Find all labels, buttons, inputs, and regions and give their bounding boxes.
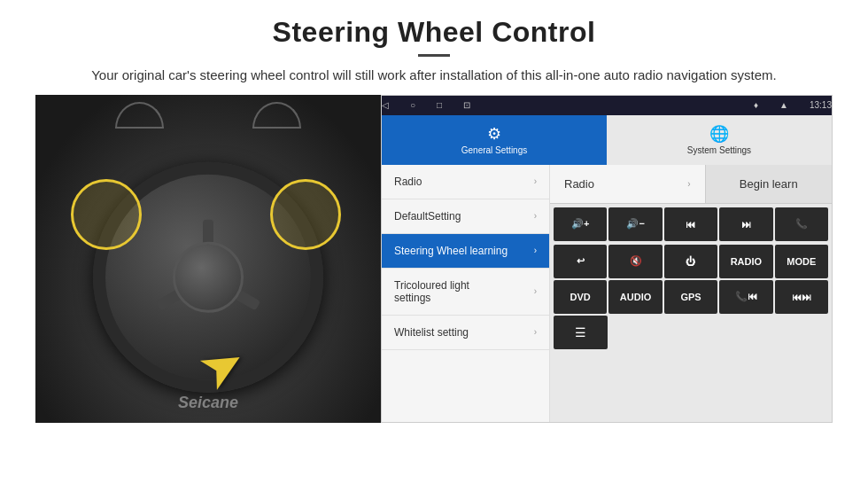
steering-chevron-icon: ›: [534, 246, 537, 255]
whitelist-chevron-icon: ›: [534, 327, 537, 337]
control-button-grid-row3: DVD AUDIO GPS 📞⏮ ⏮⏭: [550, 280, 832, 316]
menu-default-label: DefaultSetting: [394, 210, 461, 222]
audio-text: AUDIO: [620, 292, 651, 302]
gauge-area: [35, 102, 381, 129]
navigation-bar: ◁ ○ □ ⊡ ♦ ▲ 13:13: [382, 96, 832, 115]
tricoloured-chevron-icon: ›: [534, 286, 537, 296]
mode-button[interactable]: MODE: [775, 245, 828, 278]
menu-radio-label: Radio: [394, 176, 422, 188]
dvd-button[interactable]: DVD: [554, 280, 607, 314]
recents-nav-icon[interactable]: □: [437, 100, 442, 110]
page-subtitle: Your original car's steering wheel contr…: [89, 66, 779, 86]
settings-tabs: ⚙ General Settings 🌐 System Settings: [382, 115, 832, 165]
arrow-container: ➤: [199, 334, 244, 396]
control-button-grid-row4: ☰: [550, 316, 832, 353]
power-button[interactable]: ⏻: [664, 245, 717, 278]
button-circle-left: [71, 179, 142, 250]
call-button[interactable]: 📞: [775, 207, 828, 241]
power-icon: ⏻: [686, 256, 695, 267]
back-nav-icon[interactable]: ◁: [382, 100, 389, 110]
page-title: Steering Wheel Control: [35, 16, 833, 49]
gps-button[interactable]: GPS: [664, 280, 717, 314]
next-track-icon: ⏭: [741, 219, 751, 230]
radio-chevron-icon: ›: [534, 176, 537, 186]
main-content-area: Radio › DefaultSetting › Steering Wheel …: [382, 165, 832, 422]
radio-label: Radio ›: [550, 165, 705, 203]
menu-item-default-setting[interactable]: DefaultSetting ›: [382, 199, 549, 234]
menu-item-tricoloured[interactable]: Tricoloured lightsettings ›: [382, 269, 549, 316]
vol-up-button[interactable]: 🔊+: [554, 207, 607, 241]
content-area: ➤ Seicane ◁ ○ □ ⊡ ♦ ▲ 13:13 ⚙ Ge: [35, 95, 833, 423]
back-button[interactable]: ↩: [554, 245, 607, 278]
menu-item-radio[interactable]: Radio ›: [382, 165, 549, 199]
radio-button[interactable]: RADIO: [719, 245, 772, 278]
menu-item-whitelist[interactable]: Whitelist setting ›: [382, 316, 549, 350]
button-circle-right: [270, 179, 341, 250]
prev-next-icon: ⏮⏭: [792, 292, 811, 302]
prev-next-button[interactable]: ⏮⏭: [775, 280, 828, 314]
home-nav-icon[interactable]: ○: [410, 100, 415, 110]
control-right-panel: Radio › Begin learn 🔊+ 🔊−: [550, 165, 832, 422]
call-prev-icon: 📞⏮: [735, 291, 757, 302]
dvd-text: DVD: [570, 292, 591, 302]
prev-track-icon: ⏮: [686, 219, 695, 230]
signal-icon: ▲: [779, 100, 788, 110]
mute-button[interactable]: 🔇: [608, 245, 662, 278]
steering-wheel-inner: [173, 241, 244, 312]
control-button-grid-row2: ↩ 🔇 ⏻ RADIO MODE: [550, 245, 832, 280]
radio-begin-row: Radio › Begin learn: [550, 165, 832, 204]
begin-learn-button[interactable]: Begin learn: [705, 165, 833, 203]
title-divider: [418, 54, 450, 57]
menu-item-steering-wheel[interactable]: Steering Wheel learning ›: [382, 234, 549, 269]
mode-text: MODE: [787, 256, 816, 267]
prev-track-button[interactable]: ⏮: [664, 207, 717, 241]
vol-up-icon: 🔊+: [571, 218, 589, 230]
menu-steering-label: Steering Wheel learning: [394, 245, 508, 257]
radio-text: RADIO: [731, 256, 762, 267]
menu-whitelist-label: Whitelist setting: [394, 326, 469, 339]
general-settings-icon: ⚙: [487, 124, 501, 144]
screenshot-nav-icon[interactable]: ⊡: [463, 100, 470, 110]
android-panel: ◁ ○ □ ⊡ ♦ ▲ 13:13 ⚙ General Settings 🌐 S…: [381, 95, 833, 423]
call-prev-button[interactable]: 📞⏮: [719, 280, 772, 314]
wifi-icon: ♦: [754, 100, 758, 110]
default-chevron-icon: ›: [534, 211, 537, 221]
call-icon: 📞: [795, 218, 808, 230]
next-track-button[interactable]: ⏭: [719, 207, 772, 241]
gps-text: GPS: [680, 292, 701, 302]
tab-general-label: General Settings: [461, 145, 528, 155]
tab-system-settings[interactable]: 🌐 System Settings: [607, 115, 832, 165]
gauge-left: [115, 102, 164, 129]
menu-icon-button[interactable]: ☰: [554, 316, 608, 349]
settings-menu: Radio › DefaultSetting › Steering Wheel …: [382, 165, 550, 422]
back-icon: ↩: [577, 255, 585, 267]
control-button-grid-row1: 🔊+ 🔊− ⏮ ⏭ 📞: [550, 204, 832, 245]
audio-button[interactable]: AUDIO: [608, 280, 662, 314]
title-section: Steering Wheel Control Your original car…: [35, 16, 833, 86]
tab-general-settings[interactable]: ⚙ General Settings: [382, 115, 607, 165]
tab-system-label: System Settings: [687, 145, 751, 155]
system-settings-icon: 🌐: [709, 124, 729, 144]
steering-wheel-image: ➤ Seicane: [35, 95, 381, 423]
gauge-right: [252, 102, 301, 129]
menu-tricoloured-label: Tricoloured lightsettings: [394, 279, 469, 304]
time-display: 13:13: [810, 100, 832, 110]
mute-icon: 🔇: [630, 255, 642, 267]
menu-icon: ☰: [575, 325, 586, 340]
vol-down-button[interactable]: 🔊−: [608, 207, 662, 241]
watermark: Seicane: [178, 394, 238, 412]
vol-down-icon: 🔊−: [626, 218, 644, 230]
